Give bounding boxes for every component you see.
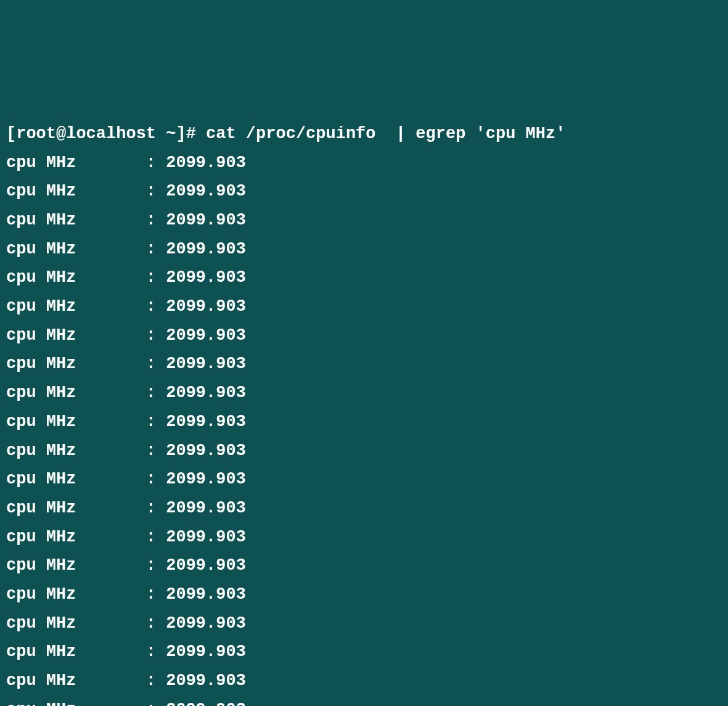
cpuinfo-sep: : [146,297,166,316]
cpuinfo-sep: : [146,240,166,258]
cpuinfo-key: cpu MHz [6,470,146,488]
cpuinfo-value: 2099.903 [166,556,246,575]
cpuinfo-key: cpu MHz [6,671,146,690]
cpuinfo-value: 2099.903 [166,499,246,517]
output-line: cpu MHz : 2099.903 [6,206,722,235]
output-line: cpu MHz : 2099.903 [6,609,722,638]
cpuinfo-key: cpu MHz [6,556,146,575]
shell-command: cat /proc/cpuinfo | egrep 'cpu MHz' [206,125,565,143]
cpuinfo-value: 2099.903 [166,240,246,258]
cpuinfo-key: cpu MHz [6,154,146,172]
cpuinfo-value: 2099.903 [166,326,246,345]
output-line: cpu MHz : 2099.903 [6,177,722,206]
terminal-window[interactable]: [root@localhost ~]# cat /proc/cpuinfo | … [6,120,722,706]
cpuinfo-sep: : [146,154,166,172]
output-line: cpu MHz : 2099.903 [6,638,722,667]
cpuinfo-value: 2099.903 [166,182,246,200]
output-line: cpu MHz : 2099.903 [6,580,722,609]
cpuinfo-sep: : [146,528,166,546]
cpuinfo-value: 2099.903 [166,700,246,706]
cpuinfo-key: cpu MHz [6,326,146,345]
output-line: cpu MHz : 2099.903 [6,321,722,350]
cpuinfo-sep: : [146,413,166,431]
cpuinfo-value: 2099.903 [166,355,246,373]
cpuinfo-value: 2099.903 [166,614,246,633]
cpuinfo-sep: : [146,499,166,517]
cpuinfo-key: cpu MHz [6,528,146,546]
output-line: cpu MHz : 2099.903 [6,292,722,321]
cpuinfo-sep: : [146,671,166,690]
cpuinfo-value: 2099.903 [166,297,246,316]
cpuinfo-value: 2099.903 [166,268,246,287]
command-line: [root@localhost ~]# cat /proc/cpuinfo | … [6,120,722,149]
cpuinfo-key: cpu MHz [6,642,146,661]
shell-prompt: [root@localhost ~]# [6,125,206,143]
cpuinfo-value: 2099.903 [166,528,246,546]
cpuinfo-sep: : [146,268,166,287]
cpuinfo-value: 2099.903 [166,413,246,431]
cpuinfo-sep: : [146,642,166,661]
cpuinfo-value: 2099.903 [166,671,246,690]
cpuinfo-sep: : [146,585,166,604]
output-line: cpu MHz : 2099.903 [6,408,722,437]
cpuinfo-sep: : [146,326,166,345]
cpuinfo-sep: : [146,700,166,706]
cpuinfo-value: 2099.903 [166,642,246,661]
cpuinfo-sep: : [146,182,166,200]
cpuinfo-key: cpu MHz [6,355,146,373]
output-line: cpu MHz : 2099.903 [6,551,722,580]
output-line: cpu MHz : 2099.903 [6,523,722,552]
cpuinfo-sep: : [146,384,166,402]
cpuinfo-sep: : [146,441,166,460]
cpuinfo-key: cpu MHz [6,499,146,517]
cpuinfo-value: 2099.903 [166,211,246,229]
cpuinfo-key: cpu MHz [6,441,146,460]
output-line: cpu MHz : 2099.903 [6,465,722,494]
output-line: cpu MHz : 2099.903 [6,235,722,264]
cpuinfo-key: cpu MHz [6,240,146,258]
output-line: cpu MHz : 2099.903 [6,263,722,292]
cpuinfo-key: cpu MHz [6,182,146,200]
output-line: cpu MHz : 2099.903 [6,696,722,706]
cpuinfo-key: cpu MHz [6,297,146,316]
output-line: cpu MHz : 2099.903 [6,379,722,408]
cpuinfo-key: cpu MHz [6,413,146,431]
cpuinfo-value: 2099.903 [166,384,246,402]
cpuinfo-sep: : [146,556,166,575]
cpuinfo-key: cpu MHz [6,614,146,633]
cpuinfo-key: cpu MHz [6,700,146,706]
cpuinfo-key: cpu MHz [6,268,146,287]
output-line: cpu MHz : 2099.903 [6,667,722,696]
cpuinfo-value: 2099.903 [166,470,246,488]
output-line: cpu MHz : 2099.903 [6,149,722,178]
output-line: cpu MHz : 2099.903 [6,437,722,466]
output-line: cpu MHz : 2099.903 [6,350,722,379]
cpuinfo-sep: : [146,470,166,488]
cpuinfo-key: cpu MHz [6,585,146,604]
cpuinfo-sep: : [146,211,166,229]
cpuinfo-sep: : [146,614,166,633]
cpuinfo-value: 2099.903 [166,441,246,460]
cpuinfo-sep: : [146,355,166,373]
cpuinfo-value: 2099.903 [166,585,246,604]
cpuinfo-value: 2099.903 [166,154,246,172]
output-line: cpu MHz : 2099.903 [6,494,722,523]
cpuinfo-key: cpu MHz [6,384,146,402]
cpuinfo-key: cpu MHz [6,211,146,229]
